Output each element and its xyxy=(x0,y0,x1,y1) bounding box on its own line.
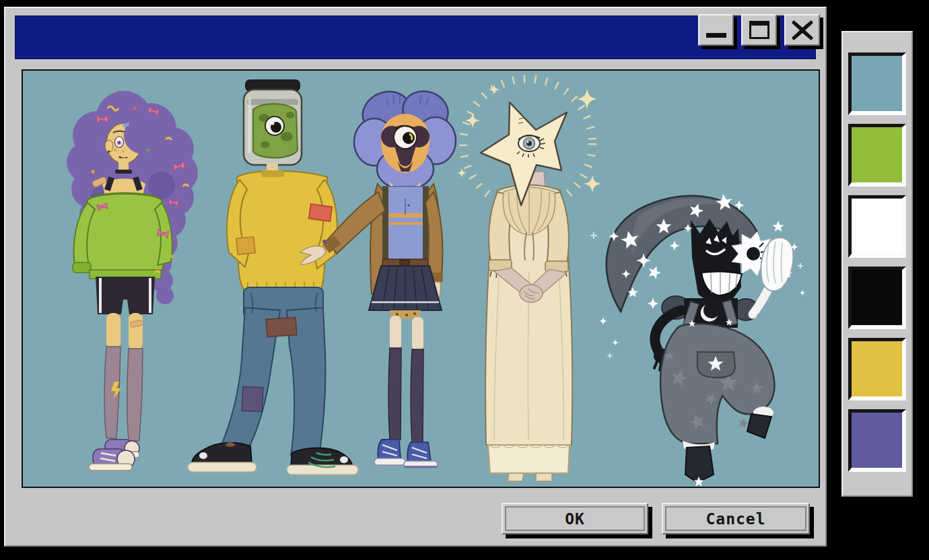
drawing-canvas[interactable] xyxy=(22,69,820,488)
cancel-button-face: Cancel xyxy=(665,506,806,531)
palette-swatch-purple[interactable] xyxy=(848,409,906,472)
window-controls xyxy=(698,14,820,46)
character-curly-purple-hair-girl xyxy=(67,91,198,470)
palette-swatch-white[interactable] xyxy=(848,195,906,258)
palette-swatch-green[interactable] xyxy=(848,124,906,186)
character-star-head-lady xyxy=(457,79,601,481)
title-bar[interactable] xyxy=(15,15,816,59)
character-monochrome-star-sprite xyxy=(590,193,806,486)
character-pickle-jar-head xyxy=(188,79,358,475)
maximize-button[interactable] xyxy=(741,14,777,46)
close-button[interactable] xyxy=(784,14,820,46)
ok-button[interactable]: OK xyxy=(502,503,648,534)
color-palette-strip xyxy=(841,31,913,497)
ok-button-label: OK xyxy=(565,510,585,528)
palette-swatch-black[interactable] xyxy=(848,267,906,329)
close-icon xyxy=(792,20,813,40)
cancel-button-label: Cancel xyxy=(706,510,765,528)
minimize-button[interactable] xyxy=(698,14,734,46)
cancel-button[interactable]: Cancel xyxy=(662,503,810,534)
palette-swatch-teal[interactable] xyxy=(848,53,906,115)
maximize-icon xyxy=(749,21,769,39)
ok-button-face: OK xyxy=(505,506,645,531)
minimize-icon xyxy=(706,33,726,38)
palette-swatch-yellow[interactable] xyxy=(848,338,906,400)
character-sheet-window: OK Cancel xyxy=(4,7,827,547)
